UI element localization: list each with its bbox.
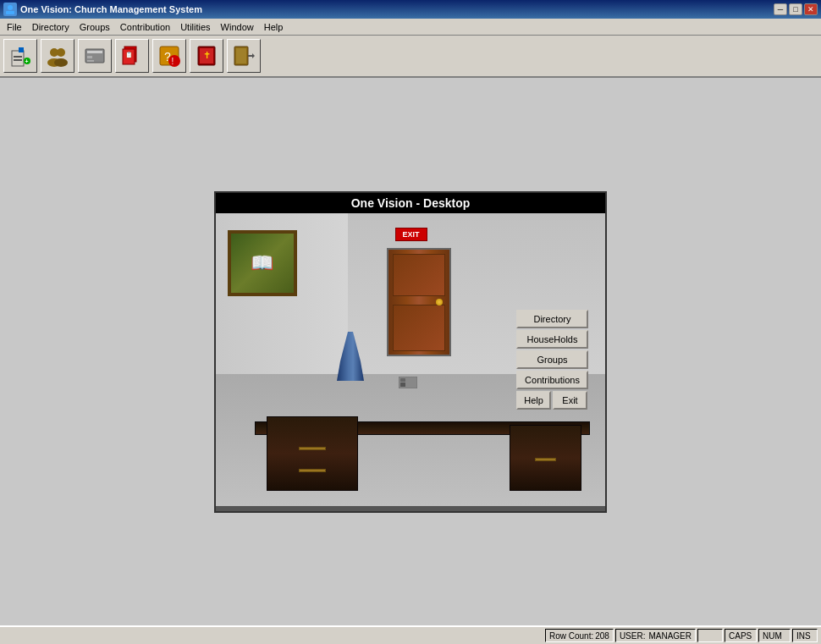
svg-rect-14 xyxy=(87,56,92,58)
user-value: MANAGER xyxy=(648,631,692,641)
svg-text:✝: ✝ xyxy=(203,50,211,60)
row-count-value: 208 xyxy=(595,631,609,641)
exit-sign: EXIT xyxy=(395,228,427,241)
title-bar-left: One Vision: Church Management System xyxy=(3,3,202,16)
left-drawer-handle xyxy=(299,447,326,450)
menu-file[interactable]: File xyxy=(2,20,27,34)
right-drawer-handle xyxy=(535,458,556,461)
picture-frame: 📖 xyxy=(228,230,297,296)
desk-left-cabinet xyxy=(267,416,358,491)
title-bar-controls: ─ □ ✕ xyxy=(774,3,818,15)
toolbar-contributions-button[interactable] xyxy=(78,39,112,73)
close-button[interactable]: ✕ xyxy=(804,3,818,15)
nav-directory-button[interactable]: Directory xyxy=(516,310,588,328)
door xyxy=(388,250,449,355)
menu-contribution[interactable]: Contribution xyxy=(115,20,175,34)
status-right: Row Count: 208 USER: MANAGER CAPS NUM IN… xyxy=(545,629,818,642)
desktop-scene: 📖 EXIT xyxy=(216,213,605,506)
svg-point-21 xyxy=(168,55,180,67)
picture-icon: 📖 xyxy=(251,252,273,274)
menu-window[interactable]: Window xyxy=(216,20,259,34)
door-panel-top xyxy=(393,254,445,296)
svg-text:📋: 📋 xyxy=(125,51,133,58)
title-bar: One Vision: Church Management System ─ □… xyxy=(0,0,821,19)
toolbar-new-button[interactable]: + xyxy=(3,39,37,73)
door-frame xyxy=(387,248,451,356)
main-area: One Vision - Desktop 📖 xyxy=(0,78,821,625)
empty-panel xyxy=(697,629,723,642)
toolbar-exit-button[interactable] xyxy=(227,39,261,73)
nav-contributions-button[interactable]: Contributions xyxy=(516,371,588,389)
door-panel-bottom xyxy=(393,305,445,351)
svg-rect-1 xyxy=(6,11,14,14)
vase-svg xyxy=(337,332,364,381)
toolbar-members-button[interactable] xyxy=(41,39,74,73)
svg-rect-32 xyxy=(400,383,405,387)
desktop-title: One Vision - Desktop xyxy=(216,193,605,213)
left-drawer-handle2 xyxy=(299,469,326,472)
status-bar: Row Count: 208 USER: MANAGER CAPS NUM IN… xyxy=(0,625,821,644)
ins-panel: INS xyxy=(792,629,818,642)
minimize-button[interactable]: ─ xyxy=(774,3,787,15)
nav-households-button[interactable]: HouseHolds xyxy=(516,330,588,349)
svg-marker-3 xyxy=(19,47,24,52)
toolbar-help-button[interactable]: ? ! xyxy=(152,39,186,73)
user-panel: USER: MANAGER xyxy=(615,629,696,642)
svg-marker-29 xyxy=(252,53,255,58)
menu-bar: File Directory Groups Contribution Utili… xyxy=(0,19,821,36)
svg-rect-13 xyxy=(87,51,102,53)
svg-rect-31 xyxy=(400,378,405,382)
app-icon xyxy=(3,3,17,16)
nav-bottom-row: Help Exit xyxy=(516,391,588,410)
svg-rect-2 xyxy=(12,51,24,66)
door-knob xyxy=(436,299,443,305)
nav-groups-button[interactable]: Groups xyxy=(516,350,588,369)
row-count-label: Row Count: xyxy=(549,631,593,641)
maximize-button[interactable]: □ xyxy=(789,3,802,15)
toolbar-bible-button[interactable]: ✝ xyxy=(190,39,223,73)
toolbar: + 📋 ? ! xyxy=(0,36,821,78)
svg-point-0 xyxy=(8,5,13,10)
svg-text:+: + xyxy=(25,58,29,64)
caps-panel: CAPS xyxy=(725,629,757,642)
menu-utilities[interactable]: Utilities xyxy=(175,20,215,34)
menu-directory[interactable]: Directory xyxy=(27,20,74,34)
svg-point-11 xyxy=(54,58,68,67)
app-title: One Vision: Church Management System xyxy=(20,4,202,14)
svg-rect-27 xyxy=(236,48,246,63)
svg-text:!: ! xyxy=(172,57,174,66)
nav-buttons: Directory HouseHolds Groups Contribution… xyxy=(516,310,588,410)
svg-rect-5 xyxy=(14,59,22,61)
toolbar-reports-button[interactable]: 📋 xyxy=(115,39,149,73)
nav-help-button[interactable]: Help xyxy=(516,391,551,410)
svg-rect-15 xyxy=(87,60,94,62)
desktop-window: One Vision - Desktop 📖 xyxy=(214,191,607,513)
num-panel: NUM xyxy=(758,629,791,642)
menu-help[interactable]: Help xyxy=(259,20,289,34)
desk-right-cabinet xyxy=(510,425,581,491)
user-label: USER: xyxy=(620,631,646,641)
desk-phone xyxy=(399,377,417,388)
nav-exit-button[interactable]: Exit xyxy=(553,391,587,410)
row-count-panel: Row Count: 208 xyxy=(545,629,614,642)
picture-inner: 📖 xyxy=(231,234,294,293)
svg-rect-4 xyxy=(14,56,22,58)
menu-groups[interactable]: Groups xyxy=(74,20,115,34)
svg-point-9 xyxy=(57,48,65,57)
